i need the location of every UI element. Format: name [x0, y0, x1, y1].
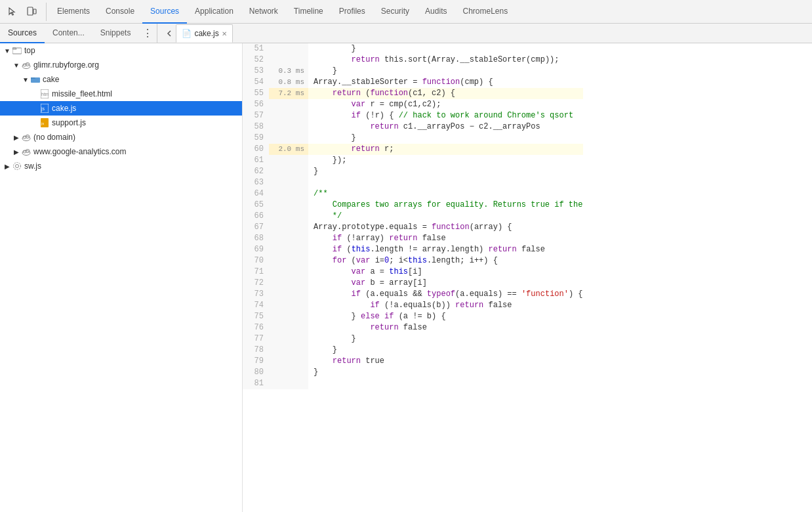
tree-label-cake-folder: cake — [43, 75, 59, 84]
tree-item-support-js[interactable]: js support.js — [0, 116, 242, 130]
line-code: return false — [308, 322, 427, 333]
svg-text:htm: htm — [41, 92, 49, 96]
tab-security[interactable]: Security — [373, 0, 417, 24]
line-timing: 7.2 ms — [269, 88, 308, 99]
line-number: 75 — [243, 311, 269, 322]
more-tabs-button[interactable]: ⋮ — [138, 24, 157, 43]
line-code: if (a.equals && typeof(a.equals) == 'fun… — [308, 289, 583, 300]
code-line: 557.2 ms return (function(c1, c2) { — [243, 88, 583, 99]
code-line: 51 } — [243, 43, 583, 54]
tab-profiles[interactable]: Profiles — [331, 0, 373, 24]
code-line: 58 return c1.__arrayPos − c2.__arrayPos — [243, 121, 583, 133]
line-timing — [269, 356, 308, 367]
tree-item-sw-js[interactable]: ▶ sw.js — [0, 159, 242, 173]
tab-network[interactable]: Network — [241, 0, 286, 24]
tab-audits[interactable]: Audits — [417, 0, 455, 24]
toolbar-icons — [3, 3, 47, 21]
line-code: var b = array[i] — [308, 278, 427, 289]
tree-item-missile-fleet[interactable]: htm missile_fleet.html — [0, 87, 242, 101]
file-tab-label: cake.js — [194, 29, 218, 38]
tree-item-google-analytics[interactable]: ▶ www.google-analytics.com — [0, 144, 242, 159]
line-number: 70 — [243, 255, 269, 267]
svg-rect-2 — [12, 48, 22, 54]
devtools-toolbar: Elements Console Sources Application Net… — [0, 0, 812, 24]
code-line: 77 } — [243, 333, 583, 345]
tree-arrow-no-domain: ▶ — [12, 133, 21, 142]
tree-label-no-domain: (no domain) — [33, 133, 75, 142]
tree-item-no-domain[interactable]: ▶ (no domain) — [0, 130, 242, 144]
tree-item-cake-folder[interactable]: ▼ cake — [0, 72, 242, 87]
main-layout: ▼ top ▼ glimr.rubyforge.org ▼ cake — [0, 43, 812, 512]
line-number: 76 — [243, 322, 269, 333]
code-line: 69 if (this.length != array.length) retu… — [243, 244, 583, 255]
line-timing — [269, 133, 308, 144]
line-code: return (function(c1, c2) { — [308, 88, 455, 99]
line-number: 61 — [243, 155, 269, 166]
line-number: 63 — [243, 177, 269, 188]
panel-tab-content[interactable]: Conten... — [45, 24, 92, 43]
line-code: if (!a.equals(b)) return false — [308, 300, 512, 311]
code-line: 63 — [243, 177, 583, 188]
panel-tab-snippets[interactable]: Snippets — [92, 24, 139, 43]
line-code: return c1.__arrayPos − c2.__arrayPos — [308, 121, 540, 133]
tab-console[interactable]: Console — [98, 0, 142, 24]
cloud-icon-glimr — [21, 60, 31, 70]
line-code: Compares two arrays for equality. Return… — [308, 200, 582, 211]
code-line: 602.0 ms return r; — [243, 144, 583, 155]
line-number: 80 — [243, 367, 269, 378]
tree-arrow-empty1 — [30, 89, 39, 98]
line-timing — [269, 155, 308, 166]
code-line: 73 if (a.equals && typeof(a.equals) == '… — [243, 289, 583, 300]
tab-application[interactable]: Application — [187, 0, 241, 24]
line-timing — [269, 244, 308, 255]
tab-sources[interactable]: Sources — [142, 0, 187, 24]
line-number: 66 — [243, 211, 269, 222]
tree-item-cake-js[interactable]: js cake.js — [0, 101, 242, 116]
line-number: 81 — [243, 378, 269, 389]
gear-icon-sw — [12, 161, 22, 171]
code-line: 65 Compares two arrays for equality. Ret… — [243, 200, 583, 211]
line-timing — [269, 278, 308, 289]
line-number: 77 — [243, 333, 269, 345]
tree-label-support-js: support.js — [52, 118, 86, 127]
line-code: } — [308, 43, 356, 54]
line-timing — [269, 211, 308, 222]
code-line: 59 } — [243, 133, 583, 144]
tree-item-top[interactable]: ▼ top — [0, 43, 242, 58]
code-line: 540.8 msArray.__stableSorter = function(… — [243, 77, 583, 88]
tab-elements[interactable]: Elements — [49, 0, 98, 24]
code-line: 66 */ — [243, 211, 583, 222]
code-line: 52 return this.sort(Array.__stableSorter… — [243, 54, 583, 66]
code-editor[interactable]: 51 }52 return this.sort(Array.__stableSo… — [243, 43, 812, 512]
tree-item-glimr[interactable]: ▼ glimr.rubyforge.org — [0, 58, 242, 72]
line-code: if (this.length != array.length) return … — [308, 244, 545, 255]
line-number: 51 — [243, 43, 269, 54]
line-timing — [269, 267, 308, 278]
file-tab-close-button[interactable]: ✕ — [222, 30, 227, 37]
line-code: } else if (a != b) { — [308, 311, 446, 322]
file-js-icon-cake: js — [39, 103, 50, 114]
panel-tab-sources[interactable]: Sources — [0, 24, 45, 43]
line-number: 79 — [243, 356, 269, 367]
file-tree-sidebar: ▼ top ▼ glimr.rubyforge.org ▼ cake — [0, 43, 243, 512]
tab-nav-back-icon[interactable] — [163, 24, 176, 43]
file-tab-icon: 📄 — [182, 29, 192, 38]
line-timing — [269, 289, 308, 300]
line-timing — [269, 177, 308, 188]
cloud-icon-no-domain — [21, 132, 31, 142]
line-timing — [269, 54, 308, 66]
file-tab-cake-js[interactable]: 📄 cake.js ✕ — [176, 24, 232, 43]
tree-label-sw-js: sw.js — [24, 161, 41, 171]
code-line: 56 var r = cmp(c1,c2); — [243, 99, 583, 110]
tab-timeline[interactable]: Timeline — [286, 0, 331, 24]
code-line: 62} — [243, 166, 583, 177]
tree-arrow-google: ▶ — [12, 147, 21, 156]
line-timing — [269, 378, 308, 389]
svg-text:js: js — [41, 121, 44, 125]
code-line: 70 for (var i=0; i<this.length; i++) { — [243, 255, 583, 267]
tab-chromelens[interactable]: ChromeLens — [455, 0, 516, 24]
line-number: 72 — [243, 278, 269, 289]
line-timing — [269, 188, 308, 200]
device-toggle-icon[interactable] — [22, 3, 41, 21]
cursor-icon[interactable] — [3, 3, 21, 21]
